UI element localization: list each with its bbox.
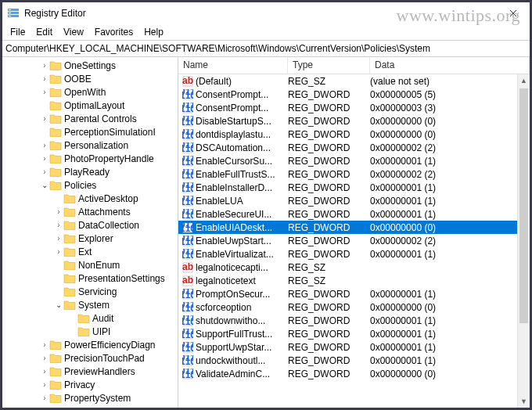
menu-edit[interactable]: Edit [31,25,57,39]
registry-value-row[interactable]: 011110EnableVirtualizat...REG_DWORD0x000… [178,247,530,261]
list-header: Name Type Data [178,57,530,74]
registry-value-row[interactable]: 011110ValidateAdminC...REG_DWORD0x000000… [178,367,530,380]
tree-item[interactable]: Audit [2,311,178,325]
tree-item[interactable]: OptimalLayout [2,99,178,112]
tree-item-label: NonEnum [78,260,120,271]
folder-icon [63,286,76,297]
tree-item[interactable]: ›PreviewHandlers [2,365,178,378]
chevron-right-icon[interactable]: › [40,341,49,349]
value-data: 0x00000001 (1) [370,329,530,340]
registry-value-row[interactable]: 011110dontdisplaylastu...REG_DWORD0x0000… [178,128,530,141]
chevron-down-icon[interactable]: ⌄ [54,301,63,309]
chevron-right-icon[interactable]: › [40,115,49,123]
tree-item[interactable]: UIPI [2,325,178,338]
tree-item[interactable]: ›Privacy [2,378,178,391]
tree-item[interactable]: ›PrecisionTouchPad [2,351,178,365]
value-name: EnableUwpStart... [196,236,288,246]
tree-item[interactable]: NonEnum [2,258,178,272]
scroll-thumb[interactable] [519,88,528,323]
chevron-right-icon[interactable]: › [40,142,49,149]
menu-help[interactable]: Help [139,25,168,39]
tree-item[interactable]: Servicing [2,285,178,298]
menu-view[interactable]: View [59,25,88,39]
value-type: REG_DWORD [288,169,370,180]
tree-item[interactable]: ›PropertySystem [2,391,178,405]
registry-value-row[interactable]: 011110EnableFullTrustS...REG_DWORD0x0000… [178,167,530,181]
chevron-right-icon[interactable]: › [40,168,49,176]
value-name: shutdownwitho... [196,315,288,326]
registry-value-row[interactable]: 011110DSCAutomation...REG_DWORD0x0000000… [178,141,530,154]
address-input[interactable] [5,43,527,54]
tree-item[interactable]: ›PlayReady [2,165,178,178]
svg-text:110: 110 [182,356,193,366]
chevron-right-icon[interactable]: › [40,88,49,96]
tree-item[interactable]: ⌄System [2,298,178,311]
value-type: REG_DWORD [288,236,370,246]
folder-icon [63,233,76,244]
value-type: REG_DWORD [288,222,370,233]
tree-pane[interactable]: ›OneSettings›OOBE›OpenWithOptimalLayout›… [2,57,178,408]
registry-value-row[interactable]: 011110ConsentPrompt...REG_DWORD0x0000000… [178,101,530,114]
tree-item[interactable]: ›OneSettings [2,59,178,72]
value-type: REG_DWORD [288,196,370,207]
registry-value-row[interactable]: 011110SupportFullTrust...REG_DWORD0x0000… [178,327,530,340]
chevron-right-icon[interactable]: › [40,354,49,362]
tree-item[interactable]: ›PowerEfficiencyDiagn [2,338,178,351]
registry-value-row[interactable]: 011110EnableSecureUI...REG_DWORD0x000000… [178,207,530,221]
menu-favorites[interactable]: Favorites [90,25,138,39]
value-name: (Default) [196,76,288,87]
registry-value-row[interactable]: 011110EnableInstallerD...REG_DWORD0x0000… [178,181,530,194]
scrollbar-vertical[interactable]: ▲ ▼ [517,74,530,408]
tree-item[interactable]: ›Explorer [2,232,178,245]
tree-item[interactable]: PresentationSettings [2,272,178,285]
tree-item[interactable]: ›OpenWith [2,85,178,99]
chevron-right-icon[interactable]: › [40,155,49,163]
folder-icon [49,340,62,351]
tree-item[interactable]: ›Personalization [2,138,178,152]
column-data[interactable]: Data [370,57,530,74]
registry-value-row[interactable]: 011110EnableCursorSu...REG_DWORD0x000000… [178,154,530,167]
tree-item[interactable]: ›Parental Controls [2,112,178,125]
registry-value-row[interactable]: 011110EnableLUAREG_DWORD0x00000001 (1) [178,194,530,207]
chevron-right-icon[interactable]: › [40,62,49,70]
chevron-right-icon[interactable]: › [40,394,49,402]
scroll-down-arrow-icon[interactable]: ▼ [518,395,530,408]
column-name[interactable]: Name [178,57,288,74]
value-data: 0x00000002 (2) [370,236,530,246]
registry-value-row[interactable]: 011110undockwithoutl...REG_DWORD0x000000… [178,354,530,367]
tree-item[interactable]: ›OOBE [2,72,178,85]
tree-item[interactable]: ›DataCollection [2,218,178,232]
chevron-right-icon[interactable]: › [54,248,63,256]
chevron-right-icon[interactable]: › [40,381,49,389]
tree-item[interactable]: ›Attachments [2,205,178,218]
chevron-right-icon[interactable]: › [54,221,63,229]
value-data: 0x00000002 (2) [370,169,530,180]
registry-value-row[interactable]: ab(Default)REG_SZ(value not set) [178,74,530,88]
menu-file[interactable]: File [5,25,30,39]
registry-value-row[interactable]: ablegalnoticecapti...REG_SZ [178,261,530,274]
registry-value-row[interactable]: 011110shutdownwitho...REG_DWORD0x0000000… [178,314,530,327]
close-button[interactable] [501,5,525,22]
tree-item[interactable]: ›PhotoPropertyHandle [2,152,178,165]
chevron-down-icon[interactable]: ⌄ [40,182,49,189]
registry-value-row[interactable]: 011110scforceoptionREG_DWORD0x00000000 (… [178,300,530,314]
tree-item[interactable]: ›Ext [2,245,178,258]
tree-item[interactable]: PerceptionSimulationI [2,125,178,138]
column-type[interactable]: Type [288,57,370,74]
registry-value-row[interactable]: 011110EnableUIADeskt...REG_DWORD0x000000… [178,221,530,234]
chevron-right-icon[interactable]: › [40,368,49,376]
scroll-up-arrow-icon[interactable]: ▲ [518,74,530,87]
chevron-right-icon[interactable]: › [54,235,63,243]
registry-value-row[interactable]: 011110EnableUwpStart...REG_DWORD0x000000… [178,234,530,247]
chevron-right-icon[interactable]: › [40,75,49,83]
tree-item-label: PhotoPropertyHandle [64,153,154,164]
registry-value-row[interactable]: 011110DisableStartupS...REG_DWORD0x00000… [178,114,530,128]
registry-value-row[interactable]: 011110SupportUwpStar...REG_DWORD0x000000… [178,340,530,354]
tree-item[interactable]: ⌄Policies [2,178,178,192]
chevron-right-icon[interactable]: › [54,208,63,216]
dword-value-icon: 011110 [182,156,194,167]
registry-value-row[interactable]: ablegalnoticetextREG_SZ [178,274,530,287]
registry-value-row[interactable]: 011110PromptOnSecur...REG_DWORD0x0000000… [178,287,530,300]
registry-value-row[interactable]: 011110ConsentPrompt...REG_DWORD0x0000000… [178,88,530,101]
tree-item[interactable]: ActiveDesktop [2,192,178,205]
